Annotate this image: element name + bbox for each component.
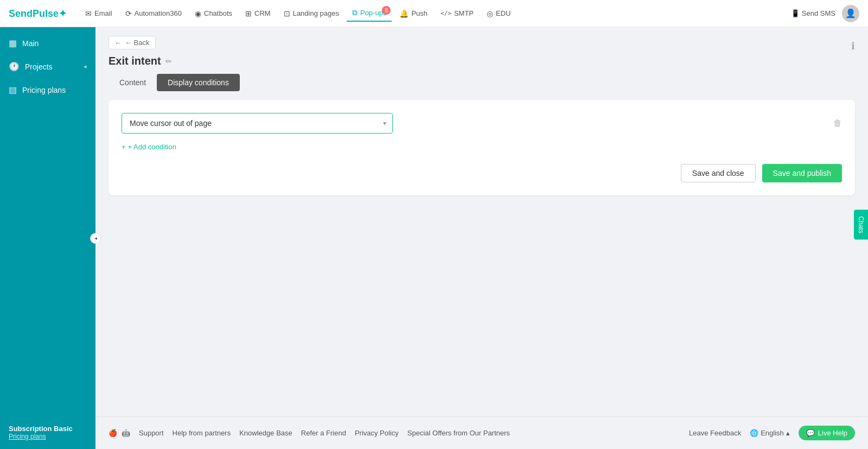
footer-link-knowledge-base[interactable]: Knowledge Base	[239, 429, 292, 437]
user-avatar[interactable]: 👤	[842, 5, 859, 22]
page-footer: 🍎 🤖 Support Help from partners Knowledge…	[95, 416, 868, 449]
sidebar-collapse-button[interactable]: ◂	[90, 233, 101, 244]
footer-link-privacy-policy[interactable]: Privacy Policy	[355, 429, 399, 437]
sidebar-item-projects[interactable]: 🕐 Projects ◂	[0, 55, 95, 78]
page-title: Exit intent	[108, 55, 161, 67]
projects-icon: 🕐	[9, 61, 20, 72]
globe-icon: 🌐	[750, 429, 758, 437]
chat-bubble-icon: 💬	[806, 429, 815, 437]
projects-chevron: ◂	[84, 63, 87, 70]
sidebar-item-main[interactable]: ▦ Main	[0, 31, 95, 55]
plus-icon: +	[122, 143, 126, 151]
delete-condition-icon[interactable]: 🗑	[833, 118, 842, 128]
footer-links: Support Help from partners Knowledge Bas…	[139, 429, 510, 437]
top-navigation: SendPulse✦ ✉ Email ⟳ Automation360 ◉ Cha…	[0, 0, 868, 27]
page-header: ← ← Back Exit intent ✏ ℹ	[95, 27, 868, 67]
content-area: ← ← Back Exit intent ✏ ℹ Content Display…	[95, 27, 868, 449]
crm-icon: ⊞	[245, 9, 252, 18]
nav-item-email[interactable]: ✉ Email	[80, 6, 118, 21]
action-buttons: Save and close Save and publish	[122, 164, 842, 182]
footer-link-help-partners[interactable]: Help from partners	[173, 429, 231, 437]
email-icon: ✉	[85, 9, 92, 18]
automation-icon: ⟳	[125, 9, 132, 18]
sidebar-item-pricing-plans[interactable]: ▤ Pricing plans	[0, 78, 95, 102]
footer-link-special-offers[interactable]: Special Offers from Our Partners	[407, 429, 510, 437]
nav-item-push[interactable]: 🔔 Push	[394, 6, 433, 21]
landing-pages-icon: ⊡	[284, 9, 290, 18]
phone-icon: 📱	[791, 9, 800, 17]
footer-link-refer-friend[interactable]: Refer a Friend	[301, 429, 346, 437]
language-chevron-icon: ▴	[786, 429, 790, 437]
popups-icon: ⧉	[352, 8, 358, 17]
content-spacer	[95, 204, 868, 416]
android-icon: 🤖	[122, 429, 130, 437]
nav-item-chatbots[interactable]: ◉ Chatbots	[189, 6, 238, 21]
back-arrow-icon: ←	[114, 39, 122, 47]
back-button[interactable]: ← ← Back	[108, 36, 156, 49]
pricing-plans-icon: ▤	[9, 85, 17, 95]
nav-right: 📱 Send SMS 👤	[791, 5, 859, 22]
live-help-button[interactable]: 💬 Live Help	[799, 426, 855, 440]
smtp-icon: </>	[441, 10, 451, 17]
app-logo: SendPulse✦	[9, 8, 67, 20]
page-title-row: Exit intent ✏	[108, 55, 172, 67]
send-sms-button[interactable]: 📱 Send SMS	[791, 9, 835, 17]
apple-icon: 🍎	[108, 429, 117, 437]
footer-link-support[interactable]: Support	[139, 429, 164, 437]
edit-title-icon[interactable]: ✏	[165, 57, 172, 66]
info-icon[interactable]: ℹ	[851, 40, 855, 52]
tabs-bar: Content Display conditions	[95, 67, 868, 91]
main-icon: ▦	[9, 38, 17, 48]
edu-icon: ◎	[487, 9, 493, 18]
add-condition-button[interactable]: + + Add condition	[122, 143, 176, 151]
nav-item-crm[interactable]: ⊞ CRM	[240, 6, 276, 21]
conditions-card: Move cursor out of page Time on page Scr…	[108, 100, 855, 195]
tab-content[interactable]: Content	[108, 74, 157, 91]
push-icon: 🔔	[399, 9, 409, 18]
condition-row: Move cursor out of page Time on page Scr…	[122, 113, 842, 134]
chats-handle[interactable]: Chats	[854, 210, 868, 239]
nav-item-automation360[interactable]: ⟳ Automation360	[120, 6, 187, 21]
tab-display-conditions[interactable]: Display conditions	[157, 74, 240, 91]
nav-item-edu[interactable]: ◎ EDU	[481, 6, 516, 21]
nav-items: ✉ Email ⟳ Automation360 ◉ Chatbots ⊞ CRM…	[80, 5, 791, 22]
chatbots-icon: ◉	[195, 9, 201, 18]
save-publish-button[interactable]: Save and publish	[762, 164, 842, 182]
main-layout: ▦ Main 🕐 Projects ◂ ▤ Pricing plans ◂ Su…	[0, 27, 868, 449]
sidebar: ▦ Main 🕐 Projects ◂ ▤ Pricing plans ◂ Su…	[0, 27, 95, 449]
footer-platform-icons: 🍎 🤖	[108, 429, 130, 437]
nav-item-popups[interactable]: ⧉ Pop-ups 8	[347, 5, 392, 22]
language-selector[interactable]: 🌐 English ▴	[750, 429, 790, 437]
save-close-button[interactable]: Save and close	[681, 164, 756, 182]
footer-right: Leave Feedback 🌐 English ▴ 💬 Live Help	[689, 426, 855, 440]
nav-item-smtp[interactable]: </> SMTP	[435, 6, 479, 21]
sidebar-footer: Subscription Basic Pricing plans	[0, 416, 95, 449]
popups-badge: 8	[382, 6, 391, 15]
nav-item-landing-pages[interactable]: ⊡ Landing pages	[278, 6, 344, 21]
condition-select[interactable]: Move cursor out of page Time on page Scr…	[122, 113, 393, 134]
condition-select-wrap: Move cursor out of page Time on page Scr…	[122, 113, 393, 134]
leave-feedback-link[interactable]: Leave Feedback	[689, 429, 741, 437]
